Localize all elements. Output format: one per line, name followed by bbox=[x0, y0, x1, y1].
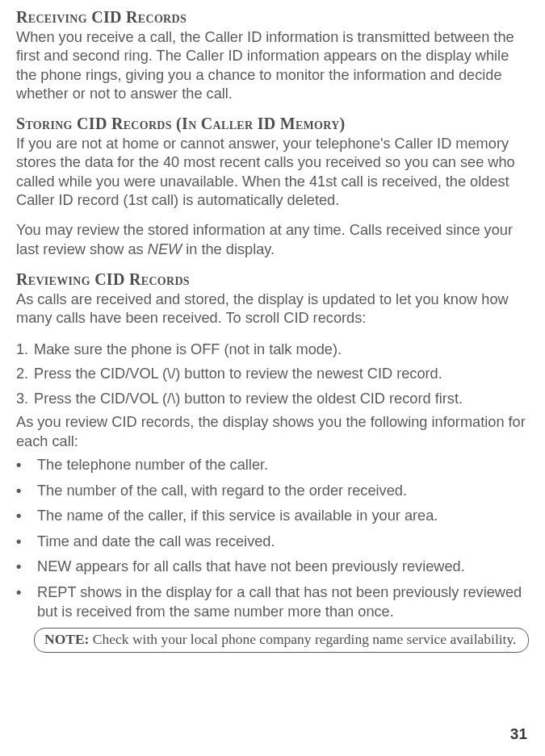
list-text: NEW appears for all calls that have not … bbox=[37, 558, 465, 577]
list-text: The number of the call, with regard to t… bbox=[37, 482, 407, 501]
para-reviewing-1: As calls are received and stored, the di… bbox=[16, 290, 529, 328]
bullet-list: • The telephone number of the caller. • … bbox=[16, 456, 529, 622]
bullet-icon: • bbox=[16, 558, 37, 577]
ordered-list: 1. Make sure the phone is OFF (not in ta… bbox=[16, 340, 529, 409]
list-number: 2. bbox=[16, 364, 34, 384]
list-text: The name of the caller, if this service … bbox=[37, 507, 438, 526]
list-text: Make sure the phone is OFF (not in talk … bbox=[34, 340, 342, 360]
list-text: Time and date the call was received. bbox=[37, 533, 275, 552]
para-reviewing-2: As you review CID records, the display s… bbox=[16, 413, 529, 451]
para-storing-2: You may review the stored information at… bbox=[16, 221, 529, 259]
list-item: • REPT shows in the display for a call t… bbox=[16, 583, 529, 621]
para-storing-1: If you are not at home or cannot answer,… bbox=[16, 135, 529, 210]
list-text: Press the CID/VOL (\/) button to review … bbox=[34, 364, 442, 384]
list-text: The telephone number of the caller. bbox=[37, 456, 268, 475]
para-storing-2-italic: NEW bbox=[148, 241, 182, 257]
list-item: 2. Press the CID/VOL (\/) button to revi… bbox=[16, 364, 529, 384]
list-item: • NEW appears for all calls that have no… bbox=[16, 558, 529, 577]
heading-reviewing: Reviewing CID Records bbox=[16, 270, 529, 289]
list-item: • Time and date the call was received. bbox=[16, 533, 529, 552]
para-storing-2b: in the display. bbox=[182, 241, 275, 257]
note-label: NOTE: bbox=[44, 631, 89, 647]
note-box: NOTE: Check with your local phone compan… bbox=[34, 628, 529, 653]
list-item: • The number of the call, with regard to… bbox=[16, 482, 529, 501]
note-text: Check with your local phone company rega… bbox=[89, 631, 516, 647]
list-number: 1. bbox=[16, 340, 34, 360]
list-item: 3. Press the CID/VOL (/\) button to revi… bbox=[16, 389, 529, 409]
list-item: • The telephone number of the caller. bbox=[16, 456, 529, 475]
page-content: Receiving CID Records When you receive a… bbox=[0, 0, 545, 669]
bullet-icon: • bbox=[16, 456, 37, 475]
page-number: 31 bbox=[510, 725, 527, 743]
bullet-icon: • bbox=[16, 482, 37, 501]
bullet-icon: • bbox=[16, 583, 37, 621]
list-number: 3. bbox=[16, 389, 34, 409]
list-text: REPT shows in the display for a call tha… bbox=[37, 583, 529, 621]
bullet-icon: • bbox=[16, 533, 37, 552]
list-text: Press the CID/VOL (/\) button to review … bbox=[34, 389, 463, 409]
bullet-icon: • bbox=[16, 507, 37, 526]
list-item: • The name of the caller, if this servic… bbox=[16, 507, 529, 526]
list-item: 1. Make sure the phone is OFF (not in ta… bbox=[16, 340, 529, 360]
para-receiving-1: When you receive a call, the Caller ID i… bbox=[16, 28, 529, 103]
heading-storing: Storing CID Records (In Caller ID Memory… bbox=[16, 115, 529, 133]
heading-receiving: Receiving CID Records bbox=[16, 8, 529, 27]
